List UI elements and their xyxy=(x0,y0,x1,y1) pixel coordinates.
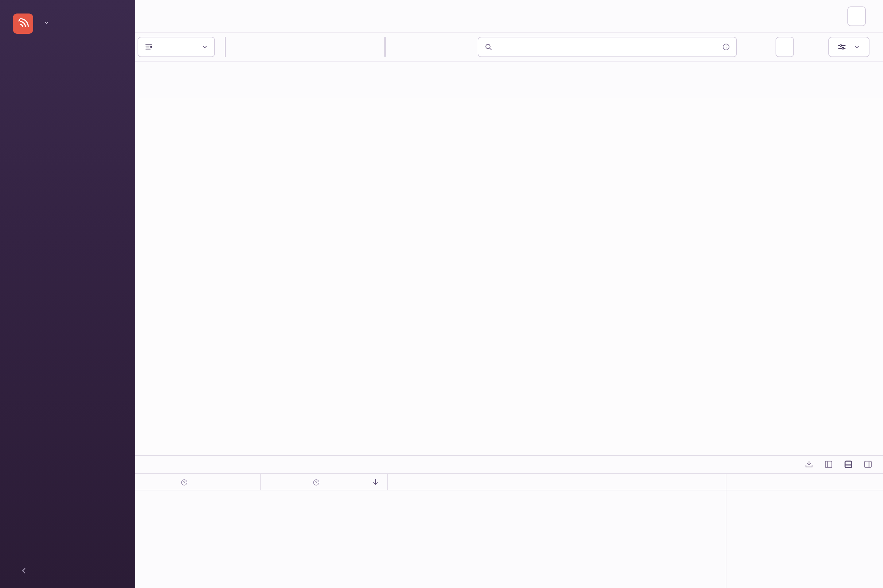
org-switcher[interactable] xyxy=(40,20,50,26)
frame-table-header xyxy=(135,474,726,490)
chevron-down-icon xyxy=(43,20,50,26)
frame-table xyxy=(135,473,726,588)
sort-desc-icon[interactable] xyxy=(371,478,380,486)
sorting-segmented-control xyxy=(225,37,226,57)
sliders-icon xyxy=(838,43,846,51)
flamegraph[interactable] xyxy=(138,98,883,455)
thread-select[interactable] xyxy=(138,37,215,57)
layout-right-icon[interactable] xyxy=(862,459,874,470)
reset-zoom-button[interactable] xyxy=(776,37,794,57)
search-icon xyxy=(485,43,493,51)
main-content xyxy=(135,0,883,588)
sentry-logo-icon[interactable] xyxy=(13,14,33,34)
details-tabs xyxy=(727,474,883,490)
thread-icon xyxy=(144,43,153,51)
bottom-panel xyxy=(135,455,883,588)
search-input[interactable] xyxy=(497,42,718,52)
frame-table-tabs xyxy=(135,456,726,473)
layout-bottom-icon[interactable] xyxy=(842,459,854,470)
chevron-left-icon xyxy=(19,566,30,576)
sidebar xyxy=(0,0,135,588)
info-icon xyxy=(722,43,730,51)
chevron-down-icon xyxy=(201,44,208,50)
download-icon[interactable] xyxy=(803,459,815,470)
question-icon xyxy=(312,479,320,486)
layout-left-icon[interactable] xyxy=(823,459,835,470)
flamegraph-toolbar xyxy=(135,33,883,62)
chevron-down-icon xyxy=(853,44,860,50)
question-icon xyxy=(180,479,188,486)
color-coding-button[interactable] xyxy=(828,37,869,57)
details-fields xyxy=(727,490,883,496)
frame-table-rows xyxy=(135,491,726,588)
sidebar-collapse-button[interactable] xyxy=(0,562,135,580)
page-header xyxy=(135,0,883,33)
details-panel xyxy=(726,473,883,588)
find-frames-search[interactable] xyxy=(478,37,737,57)
direction-segmented-control xyxy=(384,37,386,57)
go-to-transaction-button[interactable] xyxy=(847,6,866,26)
